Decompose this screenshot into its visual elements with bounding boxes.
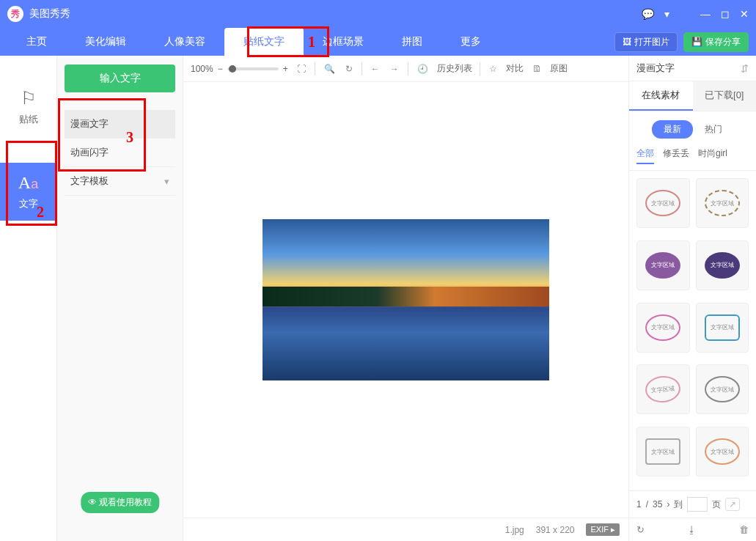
dropdown-icon[interactable]: ▾ bbox=[664, 8, 669, 20]
history-icon[interactable]: 🕘 bbox=[416, 62, 430, 76]
nav-frame[interactable]: 边框场景 bbox=[304, 28, 383, 56]
fit-icon[interactable]: ⛶ bbox=[296, 62, 307, 76]
delete-icon[interactable]: 🗑 bbox=[739, 524, 749, 535]
pill-popular[interactable]: 热门 bbox=[693, 120, 734, 139]
text-icon: Aa bbox=[0, 173, 56, 193]
original-label[interactable]: 原图 bbox=[550, 62, 568, 75]
download-icon[interactable]: ⭳ bbox=[687, 524, 697, 535]
canvas[interactable] bbox=[183, 82, 628, 518]
close-icon[interactable]: ✕ bbox=[740, 8, 749, 20]
asset-item[interactable]: 文字区域 bbox=[636, 427, 690, 476]
asset-item[interactable]: 文字区域 bbox=[636, 364, 690, 414]
goto-label: 到 bbox=[674, 498, 683, 511]
asset-item[interactable]: 文字区域 bbox=[696, 240, 749, 290]
next-page-icon[interactable]: › bbox=[667, 499, 669, 509]
zoom-in-icon[interactable]: + bbox=[283, 64, 288, 74]
page-unit-label: 页 bbox=[712, 498, 721, 511]
filename: 1.jpg bbox=[505, 525, 524, 535]
nav-beautify[interactable]: 美化编辑 bbox=[66, 28, 145, 56]
undo-icon[interactable]: ← bbox=[370, 62, 381, 76]
rotate-icon[interactable]: ↻ bbox=[344, 62, 354, 76]
pill-newest[interactable]: 最新 bbox=[652, 120, 693, 139]
select-chevron-icon[interactable]: ⇵ bbox=[741, 63, 749, 74]
asset-item[interactable]: 文字区域 bbox=[696, 303, 749, 353]
tutorial-button[interactable]: 👁 观看使用教程 bbox=[81, 492, 159, 513]
left-panel: 输入文字 漫画文字 动画闪字 文字模板 ▾ 👁 观看使用教程 bbox=[57, 56, 183, 541]
nav-portrait[interactable]: 人像美容 bbox=[145, 28, 224, 56]
nav-sticker-text[interactable]: 贴纸文字 bbox=[224, 28, 304, 56]
goto-page-input[interactable] bbox=[687, 497, 708, 512]
go-icon[interactable]: ↗ bbox=[725, 498, 740, 511]
asset-item[interactable]: 文字区域 bbox=[696, 178, 749, 228]
right-panel: 漫画文字 ⇵ 在线素材 已下载[0] 最新 热门 全部 修丢丢 时尚girl 文… bbox=[628, 56, 756, 541]
pager: 1/35 › 到 页 ↗ bbox=[629, 490, 756, 518]
annotation-1: 1 bbox=[308, 34, 315, 51]
asset-category-select[interactable]: 漫画文字 bbox=[636, 62, 675, 75]
titlebar: 秀 美图秀秀 💬 ▾ — ◻ ✕ bbox=[0, 0, 756, 28]
type-text-template[interactable]: 文字模板 ▾ bbox=[65, 167, 175, 196]
image-icon: 🖼 bbox=[623, 37, 631, 47]
left-tab-text-label: 文字 bbox=[19, 198, 38, 209]
left-tab-sticker-label: 贴纸 bbox=[19, 114, 38, 125]
exif-badge[interactable]: EXIF ▸ bbox=[586, 523, 620, 536]
status-bar: 1.jpg 391 x 220 EXIF ▸ bbox=[183, 518, 628, 541]
original-icon[interactable]: 🖻 bbox=[531, 62, 543, 76]
asset-grid: 文字区域 文字区域 文字区域 文字区域 文字区域 文字区域 文字区域 文字区域 … bbox=[629, 171, 756, 490]
text-type-list: 漫画文字 动画闪字 文字模板 ▾ bbox=[65, 110, 175, 196]
page-current: 1 bbox=[636, 499, 642, 509]
annotation-3: 3 bbox=[126, 129, 133, 146]
nav-more[interactable]: 更多 bbox=[441, 28, 500, 56]
zoom-slider[interactable] bbox=[227, 67, 279, 70]
type-text-template-label: 文字模板 bbox=[70, 174, 109, 188]
tab-downloaded[interactable]: 已下载[0] bbox=[693, 81, 757, 111]
type-comic-text[interactable]: 漫画文字 bbox=[65, 110, 175, 139]
asset-item[interactable]: 文字区域 bbox=[636, 240, 690, 290]
bookmark-icon: ⚐ bbox=[0, 88, 56, 108]
chat-icon[interactable]: 💬 bbox=[642, 8, 654, 20]
tab-online-assets[interactable]: 在线素材 bbox=[629, 81, 693, 111]
canvas-area: 100% − + ⛶ 🔍 ↻ ← → 🕘 历史列表 ☆ 对比 🖻 原图 1. bbox=[183, 56, 628, 541]
zoom-value: 100% bbox=[191, 64, 213, 74]
left-tab-text[interactable]: Aa 文字 bbox=[0, 163, 56, 221]
app-logo: 秀 bbox=[7, 6, 23, 22]
page-total: 35 bbox=[653, 499, 662, 509]
asset-item[interactable]: 文字区域 bbox=[636, 178, 690, 228]
save-icon: 💾 bbox=[691, 37, 702, 47]
canvas-toolbar: 100% − + ⛶ 🔍 ↻ ← → 🕘 历史列表 ☆ 对比 🖻 原图 bbox=[183, 56, 628, 82]
magnify-icon[interactable]: 🔍 bbox=[323, 62, 337, 76]
image-dimensions: 391 x 220 bbox=[536, 525, 575, 535]
star-icon[interactable]: ☆ bbox=[488, 62, 499, 76]
type-anim-text[interactable]: 动画闪字 bbox=[65, 139, 175, 167]
chevron-down-icon: ▾ bbox=[164, 176, 169, 187]
open-image-button[interactable]: 🖼打开图片 bbox=[614, 32, 678, 52]
cat-fashion-girl[interactable]: 时尚girl bbox=[698, 147, 727, 164]
nav-collage[interactable]: 拼图 bbox=[383, 28, 441, 56]
zoom-out-icon[interactable]: − bbox=[218, 64, 223, 74]
redo-icon[interactable]: → bbox=[389, 62, 400, 76]
asset-item[interactable]: 文字区域 bbox=[696, 364, 749, 414]
history-label[interactable]: 历史列表 bbox=[437, 62, 472, 75]
nav-home[interactable]: 主页 bbox=[7, 28, 66, 56]
cat-all[interactable]: 全部 bbox=[636, 147, 654, 164]
left-tab-sticker[interactable]: ⚐ 贴纸 bbox=[0, 78, 56, 136]
asset-item[interactable]: 文字区域 bbox=[636, 303, 690, 353]
input-text-button[interactable]: 输入文字 bbox=[65, 65, 175, 92]
compare-label[interactable]: 对比 bbox=[506, 62, 524, 75]
app-title: 美图秀秀 bbox=[29, 7, 642, 21]
cat-xiudiudiu[interactable]: 修丢丢 bbox=[663, 147, 689, 164]
maximize-icon[interactable]: ◻ bbox=[721, 8, 730, 20]
refresh-icon[interactable]: ↻ bbox=[636, 524, 645, 535]
asset-item[interactable]: 文字区域 bbox=[696, 427, 749, 476]
annotation-2: 2 bbox=[37, 204, 44, 221]
save-share-button[interactable]: 💾保存分享 bbox=[683, 32, 749, 52]
main-nav: 主页 美化编辑 人像美容 贴纸文字 边框场景 拼图 更多 🖼打开图片 💾保存分享 bbox=[0, 28, 756, 56]
left-tab-bar: ⚐ 贴纸 Aa 文字 bbox=[0, 56, 57, 541]
edited-image[interactable] bbox=[263, 219, 549, 380]
minimize-icon[interactable]: — bbox=[700, 8, 711, 20]
